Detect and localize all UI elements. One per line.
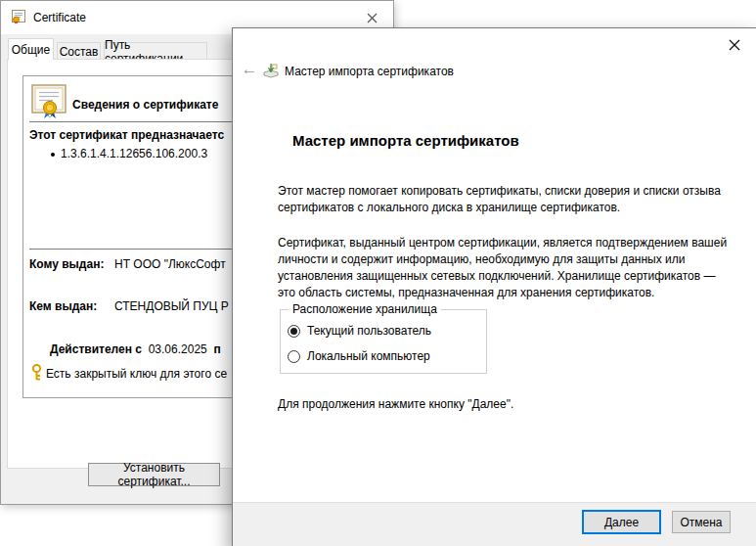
certificate-icon (11, 9, 26, 27)
valid-from-date: 03.06.2025 (149, 342, 207, 356)
desktop: Certificate Общие Состав Путь сертификац… (0, 0, 756, 546)
valid-label: Действителен с (50, 342, 142, 356)
tab-general-label: Общие (12, 43, 50, 57)
certificate-window-title: Certificate (33, 11, 86, 24)
wizard-header-title: Мастер импорта сертификатов (285, 65, 454, 78)
bullet-icon (51, 153, 55, 157)
continue-hint: Для продолжения нажмите кнопку "Далее". (278, 397, 513, 411)
tab-certification-path[interactable]: Путь сертификации (104, 42, 207, 60)
issued-by-value: СТЕНДОВЫЙ ПУЦ Р (114, 299, 229, 313)
install-certificate-button[interactable]: Установить сертификат... (88, 463, 220, 486)
certificate-oid: 1.3.6.1.4.1.12656.106.200.3 (61, 147, 207, 160)
certificate-purpose-item: 1.3.6.1.4.1.12656.106.200.3 (51, 147, 207, 160)
certificate-import-wizard-window: ← Мастер импорта сертификатов Мастер имп… (232, 27, 756, 546)
radio-current-user-label: Текущий пользователь (307, 324, 431, 338)
radio-local-machine-circle[interactable] (288, 350, 300, 363)
cancel-button[interactable]: Отмена (672, 511, 731, 533)
validity-line: Действителен с 03.06.2025 п (50, 342, 221, 356)
radio-current-user[interactable]: Текущий пользователь (288, 324, 431, 338)
certificate-purpose-heading: Этот сертификат предназначаетс (29, 128, 224, 142)
wizard-close-icon[interactable] (721, 33, 748, 57)
back-arrow-icon[interactable]: ← (241, 62, 258, 79)
radio-local-machine[interactable]: Локальный компьютер (288, 349, 430, 363)
tab-general[interactable]: Общие (8, 38, 54, 60)
certificate-info-header: Сведения о сертификате (72, 98, 218, 112)
key-icon (30, 364, 43, 384)
tab-details-label: Состав (60, 45, 99, 59)
certificate-import-icon (263, 63, 279, 81)
store-location-group-label: Расположение хранилища (289, 302, 441, 316)
wizard-footer: Далее Отмена (233, 502, 756, 546)
radio-current-user-circle[interactable] (288, 325, 300, 338)
wizard-heading: Мастер импорта сертификатов (292, 132, 519, 149)
wizard-intro-paragraph: Этот мастер помогает копировать сертифик… (278, 183, 735, 216)
next-button[interactable]: Далее (582, 510, 661, 534)
private-key-note: Есть закрытый ключ для этого се (46, 367, 227, 381)
wizard-description-paragraph: Сертификат, выданный центром сертификаци… (278, 235, 735, 301)
store-location-group: Расположение хранилища Текущий пользоват… (280, 309, 487, 374)
radio-local-machine-label: Локальный компьютер (307, 349, 430, 363)
valid-to-cut: п (213, 342, 220, 356)
tab-details[interactable]: Состав (57, 42, 101, 60)
certificate-seal-icon (31, 84, 68, 122)
issued-to-value: НТ ООО "ЛюксСофт (114, 257, 226, 271)
issued-by-label: Кем выдан: (29, 299, 97, 313)
issued-to-label: Кому выдан: (29, 257, 104, 271)
